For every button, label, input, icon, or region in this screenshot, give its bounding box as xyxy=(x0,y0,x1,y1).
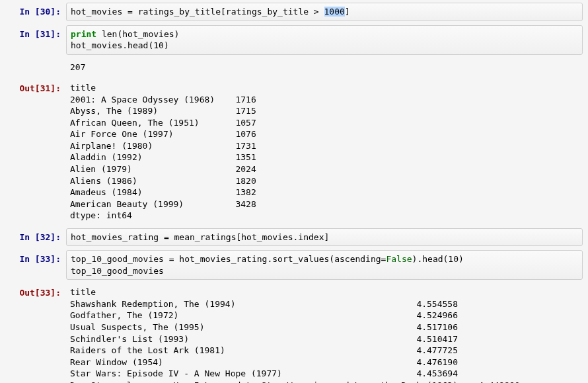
code-input[interactable]: hot_movies_rating = mean_ratings[hot_mov… xyxy=(66,228,583,247)
stdout-cell-31: 207 xyxy=(5,59,583,76)
code-cell-31: In [31]: print len(hot_movies) hot_movie… xyxy=(5,25,583,55)
result-output: title 2001: A Space Odyssey (1968) 1716 … xyxy=(66,79,583,224)
code-cell-33: In [33]: top_10_good_movies = hot_movies… xyxy=(5,250,583,280)
output-cell-31: Out[31]: title 2001: A Space Odyssey (19… xyxy=(5,79,583,224)
result-text: title 2001: A Space Odyssey (1968) 1716 … xyxy=(70,82,579,222)
result-text: title Shawshank Redemption, The (1994) 4… xyxy=(70,286,579,383)
code-line[interactable]: print len(hot_movies) hot_movies.head(10… xyxy=(71,28,578,52)
output-prompt xyxy=(5,59,66,62)
output-cell-33: Out[33]: title Shawshank Redemption, The… xyxy=(5,284,583,383)
output-prompt: Out[33]: xyxy=(5,284,66,299)
input-prompt: In [31]: xyxy=(5,25,66,40)
code-cell-32: In [32]: hot_movies_rating = mean_rating… xyxy=(5,228,583,247)
code-line[interactable]: top_10_good_movies = hot_movies_rating.s… xyxy=(71,253,578,277)
code-line[interactable]: hot_movies_rating = mean_ratings[hot_mov… xyxy=(71,232,578,243)
output-prompt: Out[31]: xyxy=(5,79,66,95)
stdout-output: 207 xyxy=(66,59,583,76)
input-prompt: In [30]: xyxy=(5,3,66,18)
input-prompt: In [33]: xyxy=(5,250,66,265)
jupyter-notebook: In [30]: hot_movies = ratings_by_title[r… xyxy=(0,0,588,383)
code-input[interactable]: print len(hot_movies) hot_movies.head(10… xyxy=(66,25,583,55)
input-prompt: In [32]: xyxy=(5,228,66,243)
code-line[interactable]: hot_movies = ratings_by_title[ratings_by… xyxy=(71,6,578,18)
code-input[interactable]: hot_movies = ratings_by_title[ratings_by… xyxy=(66,3,583,21)
stdout-text: 207 xyxy=(70,62,579,73)
result-output: title Shawshank Redemption, The (1994) 4… xyxy=(66,284,583,383)
code-input[interactable]: top_10_good_movies = hot_movies_rating.s… xyxy=(66,250,583,280)
code-cell-30: In [30]: hot_movies = ratings_by_title[r… xyxy=(5,3,583,21)
